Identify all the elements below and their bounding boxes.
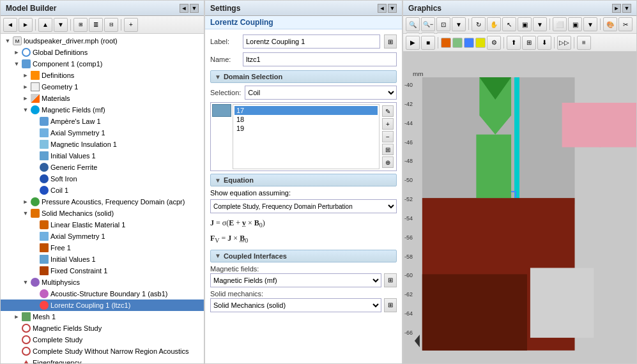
name-input[interactable] xyxy=(243,52,397,66)
scene-btn[interactable]: ▣ xyxy=(518,17,532,31)
color-btn1[interactable] xyxy=(441,38,451,48)
render-btn[interactable]: 🎨 xyxy=(603,17,617,31)
tree-item-asb[interactable]: Acoustic-Structure Boundary 1 (asb1) xyxy=(1,288,204,300)
add-btn[interactable]: + xyxy=(124,18,138,32)
animation-btn[interactable]: ▷▷ xyxy=(557,36,571,50)
tree-item-eigen[interactable]: Eigenfrequency xyxy=(1,357,204,363)
tree-item-complete[interactable]: Complete Study xyxy=(1,334,204,345)
tree-item-initVal2[interactable]: Initial Values 1 xyxy=(1,254,204,265)
graphics-expand-btn[interactable]: ▼ xyxy=(622,4,631,13)
tree-item-mf[interactable]: ▼ Magnetic Fields (mf) xyxy=(1,104,204,116)
settings-pin-btn[interactable]: ◄ xyxy=(378,4,387,13)
list-btn[interactable]: ≣ xyxy=(89,18,103,32)
tree-toggle-mat[interactable]: ► xyxy=(21,94,30,103)
graphics-pin-btn[interactable]: ► xyxy=(612,4,621,13)
collapse-btn[interactable]: ⊟ xyxy=(104,18,118,32)
expand-btn[interactable]: ⊞ xyxy=(73,18,88,32)
tree-item-solid[interactable]: ▼ Solid Mechanics (solid) xyxy=(1,208,204,219)
tree-item-complete-narrow[interactable]: Complete Study Without Narrow Region Aco… xyxy=(1,345,204,357)
tree-toggle-root[interactable]: ▼ xyxy=(3,36,12,45)
tree-toggle-geo[interactable]: ► xyxy=(21,82,30,91)
tree-toggle-solid[interactable]: ▼ xyxy=(21,209,30,218)
coupled-section-header[interactable]: ▼ Coupled Interfaces xyxy=(210,250,397,262)
tree-item-fixed[interactable]: Fixed Constraint 1 xyxy=(1,265,204,277)
stop-btn[interactable]: ■ xyxy=(421,36,435,50)
zoom-dropdown-btn[interactable]: ▼ xyxy=(452,17,466,31)
tree-item-ampere[interactable]: Ampère's Law 1 xyxy=(1,116,204,127)
label-input[interactable] xyxy=(243,34,380,49)
move-down-btn[interactable]: ▼ xyxy=(54,18,68,32)
tree-item-mesh[interactable]: ► Mesh 1 xyxy=(1,311,204,322)
tree-item-axsym1[interactable]: Axial Symmetry 1 xyxy=(1,127,204,139)
plot-btn[interactable]: ▶ xyxy=(406,36,420,50)
tree-toggle-mf[interactable]: ▼ xyxy=(21,105,30,114)
solid-config-btn[interactable]: ⊞ xyxy=(384,298,397,312)
view2d-btn[interactable]: ▣ xyxy=(568,17,582,31)
equation-type-select[interactable]: Complete Study, Frequency Domain Perturb… xyxy=(210,199,397,213)
domain-add-btn[interactable]: + xyxy=(382,118,394,130)
extra-btn[interactable]: ≡ xyxy=(577,36,591,50)
domain-item-19[interactable]: 19 xyxy=(234,124,378,133)
magnetic-select[interactable]: Magnetic Fields (mf) xyxy=(210,273,381,287)
tree-item-initVal[interactable]: Initial Values 1 xyxy=(1,150,204,162)
color-btn2[interactable] xyxy=(452,38,463,48)
view3d-btn[interactable]: ⬜ xyxy=(553,17,567,31)
selection-dropdown[interactable]: Coil xyxy=(245,86,397,100)
tree-item-materials[interactable]: ► Materials xyxy=(1,93,204,104)
move-up-btn[interactable]: ▲ xyxy=(38,18,52,32)
tree-toggle-mesh[interactable]: ► xyxy=(12,312,21,321)
domain-move-btn[interactable]: ⊕ xyxy=(382,156,394,168)
clip-btn[interactable]: ✂ xyxy=(618,17,633,31)
solid-select[interactable]: Solid Mechanics (solid) xyxy=(210,298,381,312)
settings-expand-btn[interactable]: ▼ xyxy=(388,4,397,13)
panel-pin-btn[interactable]: ◄ xyxy=(180,4,188,13)
domain-section-header[interactable]: ▼ Domain Selection xyxy=(210,70,397,83)
import-btn[interactable]: ⬇ xyxy=(537,36,551,50)
tree-item-comp1[interactable]: ▼ Component 1 (comp1) xyxy=(1,58,204,70)
rotate-btn[interactable]: ↻ xyxy=(472,17,486,31)
tree-item-multi[interactable]: ▼ Multiphysics xyxy=(1,277,204,288)
tree-item-softIron[interactable]: Soft Iron xyxy=(1,173,204,185)
nav-forward-btn[interactable]: ► xyxy=(19,18,33,32)
color-btn4[interactable] xyxy=(475,38,486,48)
tree-item-free[interactable]: Free 1 xyxy=(1,242,204,254)
tree-toggle-global[interactable]: ► xyxy=(12,48,21,57)
tree-toggle-multi[interactable]: ▼ xyxy=(21,278,30,287)
tree-item-geometry[interactable]: ► Geometry 1 xyxy=(1,81,204,93)
tree-toggle-acpr[interactable]: ► xyxy=(21,197,30,206)
tree-toggle-comp1[interactable]: ▼ xyxy=(12,59,21,68)
color-settings-btn[interactable]: ⚙ xyxy=(487,36,501,50)
zoom-fit-btn[interactable]: ⊡ xyxy=(436,17,450,31)
tree-item-mag-study[interactable]: Magnetic Fields Study xyxy=(1,322,204,334)
tree-item-definitions[interactable]: ► Definitions xyxy=(1,70,204,81)
domain-edit-btn[interactable]: ✎ xyxy=(382,105,394,117)
domain-copy-btn[interactable]: ⊞ xyxy=(382,144,394,155)
tree-item-axsym2[interactable]: Axial Symmetry 1 xyxy=(1,231,204,242)
domain-item-18[interactable]: 18 xyxy=(234,115,378,124)
tree-item-global-def[interactable]: ► Global Definitions xyxy=(1,47,204,58)
magnetic-config-btn[interactable]: ⊞ xyxy=(384,273,397,287)
tree-item-magIns[interactable]: Magnetic Insulation 1 xyxy=(1,139,204,150)
scene-dropdown-btn[interactable]: ▼ xyxy=(533,17,547,31)
zoom-in-btn[interactable]: 🔍 xyxy=(406,17,420,31)
nav-back-btn[interactable]: ◄ xyxy=(3,18,17,32)
panel-close-btn[interactable]: ▼ xyxy=(190,4,199,13)
export-btn[interactable]: ⬆ xyxy=(507,36,521,50)
pan-btn[interactable]: ✋ xyxy=(487,17,501,31)
domain-remove-btn[interactable]: − xyxy=(382,131,394,142)
copy-btn[interactable]: ⊞ xyxy=(522,36,536,50)
select-btn[interactable]: ↖ xyxy=(502,17,516,31)
tree-item-linear[interactable]: Linear Elastic Material 1 xyxy=(1,219,204,231)
tree-item-acpr[interactable]: ► Pressure Acoustics, Frequency Domain (… xyxy=(1,196,204,208)
zoom-out-btn[interactable]: 🔍− xyxy=(421,17,435,31)
graphics-canvas[interactable]: mm -40 -42 -44 -46 -48 -50 -52 -54 -56 -… xyxy=(403,52,636,363)
domain-item-17[interactable]: 17 xyxy=(234,106,378,115)
color-btn3[interactable] xyxy=(464,38,474,48)
tree-item-root[interactable]: ▼ M loudspeaker_driver.mph (root) xyxy=(1,35,204,47)
tree-item-coil[interactable]: Coil 1 xyxy=(1,185,204,196)
tree-toggle-def[interactable]: ► xyxy=(21,71,30,80)
view-dropdown-btn[interactable]: ▼ xyxy=(583,17,597,31)
tree-item-ferrite[interactable]: Generic Ferrite xyxy=(1,162,204,173)
label-browse-btn[interactable]: ⊞ xyxy=(384,34,397,49)
equation-section-header[interactable]: ▼ Equation xyxy=(210,174,397,186)
